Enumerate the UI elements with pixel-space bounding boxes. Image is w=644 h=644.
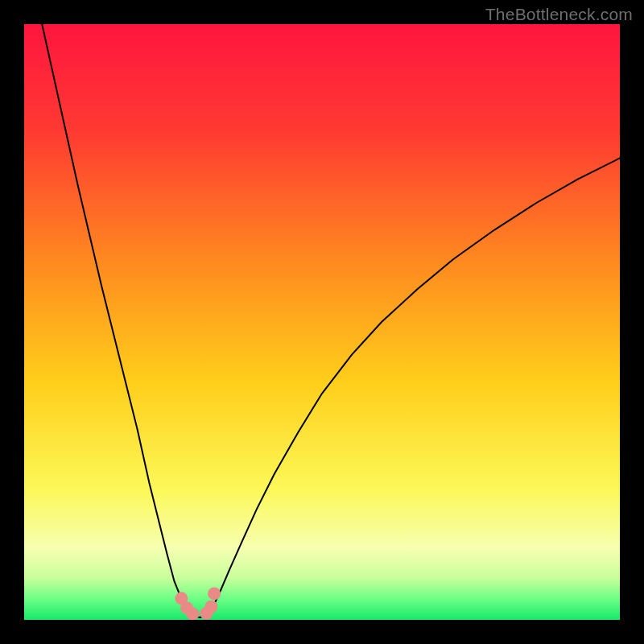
data-marker — [204, 601, 217, 613]
watermark-text: TheBottleneck.com — [485, 5, 633, 24]
data-marker — [208, 587, 221, 600]
chart-frame — [24, 24, 620, 620]
bottleneck-chart — [24, 24, 620, 620]
data-marker — [186, 608, 199, 620]
gradient-background — [24, 24, 620, 620]
